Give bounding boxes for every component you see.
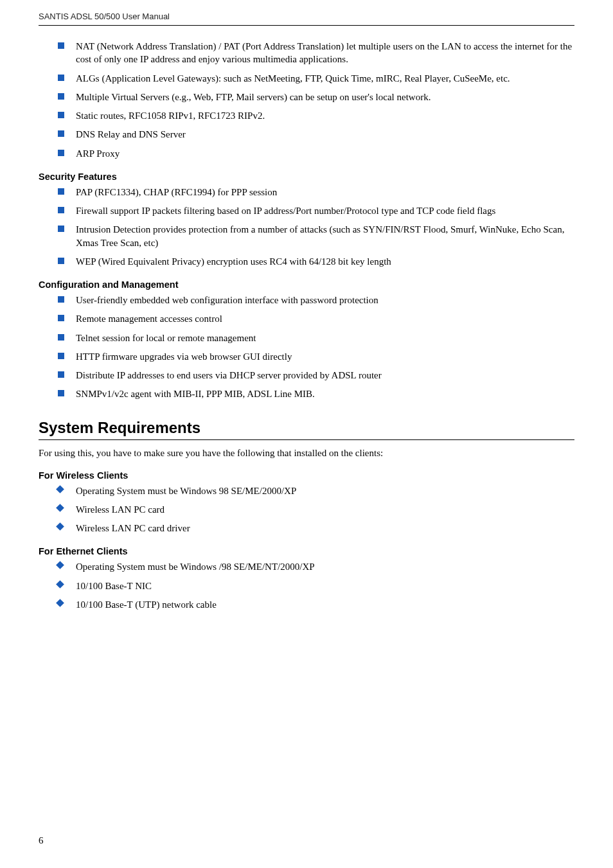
list-item: NAT (Network Address Translation) / PAT … bbox=[58, 40, 574, 66]
list-item: Operating System must be Windows 98 SE/M… bbox=[58, 484, 574, 497]
list-item: HTTP firmware upgrades via web browser G… bbox=[58, 350, 574, 363]
page-content: SANTIS ADSL 50/500 User Manual NAT (Netw… bbox=[0, 0, 613, 611]
list-item: Wireless LAN PC card driver bbox=[58, 522, 574, 535]
list-item: PAP (RFC1334), CHAP (RFC1994) for PPP se… bbox=[58, 186, 574, 199]
ethernet-clients-heading: For Ethernet Clients bbox=[39, 546, 574, 556]
system-requirements-intro: For using this, you have to make sure yo… bbox=[39, 448, 574, 459]
configuration-management-list: User-friendly embedded web configuration… bbox=[39, 294, 574, 401]
list-item: User-friendly embedded web configuration… bbox=[58, 294, 574, 306]
list-item: DNS Relay and DNS Server bbox=[58, 128, 574, 141]
top-feature-list: NAT (Network Address Translation) / PAT … bbox=[39, 40, 574, 160]
list-item: Multiple Virtual Servers (e.g., Web, FTP… bbox=[58, 91, 574, 103]
list-item: Intrusion Detection provides protection … bbox=[58, 223, 574, 249]
list-item: ARP Proxy bbox=[58, 147, 574, 160]
wireless-clients-list: Operating System must be Windows 98 SE/M… bbox=[39, 484, 574, 535]
list-item: Static routes, RFC1058 RIPv1, RFC1723 RI… bbox=[58, 109, 574, 122]
list-item: WEP (Wired Equivalent Privacy) encryptio… bbox=[58, 255, 574, 268]
list-item: Remote management accesses control bbox=[58, 312, 574, 325]
system-requirements-heading: System Requirements bbox=[39, 419, 574, 440]
configuration-management-heading: Configuration and Management bbox=[39, 279, 574, 290]
page-header: SANTIS ADSL 50/500 User Manual bbox=[39, 12, 574, 26]
list-item: SNMPv1/v2c agent with MIB-II, PPP MIB, A… bbox=[58, 387, 574, 400]
list-item: Distribute IP addresses to end users via… bbox=[58, 369, 574, 382]
security-features-heading: Security Features bbox=[39, 172, 574, 182]
page-number: 6 bbox=[39, 835, 44, 846]
list-item: 10/100 Base-T (UTP) network cable bbox=[58, 598, 574, 611]
list-item: Telnet session for local or remote manag… bbox=[58, 332, 574, 344]
list-item: Operating System must be Windows /98 SE/… bbox=[58, 560, 574, 573]
list-item: ALGs (Application Level Gateways): such … bbox=[58, 72, 574, 85]
ethernet-clients-list: Operating System must be Windows /98 SE/… bbox=[39, 560, 574, 611]
security-features-list: PAP (RFC1334), CHAP (RFC1994) for PPP se… bbox=[39, 186, 574, 268]
list-item: Firewall support IP packets filtering ba… bbox=[58, 204, 574, 217]
list-item: Wireless LAN PC card bbox=[58, 503, 574, 516]
list-item: 10/100 Base-T NIC bbox=[58, 580, 574, 592]
wireless-clients-heading: For Wireless Clients bbox=[39, 470, 574, 481]
